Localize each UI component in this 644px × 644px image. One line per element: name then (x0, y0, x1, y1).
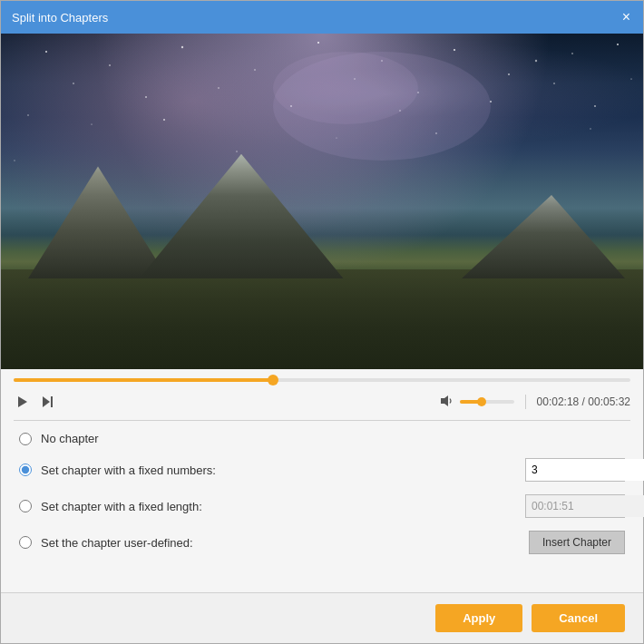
svg-point-6 (454, 49, 455, 51)
seek-bar-container (14, 369, 630, 387)
fixed-numbers-radio[interactable] (19, 463, 32, 476)
volume-thumb[interactable] (477, 397, 486, 406)
svg-marker-35 (441, 395, 448, 406)
svg-point-12 (218, 87, 219, 88)
total-time: 00:05:32 (588, 395, 630, 408)
svg-point-19 (163, 119, 165, 121)
svg-marker-33 (43, 396, 50, 407)
fixed-numbers-label[interactable]: Set chapter with a fixed numbers: (41, 463, 516, 477)
svg-point-16 (553, 83, 554, 83)
volume-area (440, 394, 514, 411)
svg-point-7 (508, 73, 510, 75)
svg-point-0 (45, 51, 47, 53)
svg-point-2 (181, 46, 183, 48)
play-icon (15, 395, 30, 409)
fixed-numbers-spinbox[interactable]: ▲ ▼ (525, 458, 625, 482)
svg-point-18 (91, 123, 92, 124)
svg-point-10 (73, 83, 74, 84)
dialog-title: Split into Chapters (12, 11, 108, 24)
svg-point-11 (145, 96, 147, 98)
playback-controls: 00:02:18 / 00:05:32 (14, 387, 630, 420)
footer-area: Apply Cancel (1, 592, 643, 643)
speaker-icon (440, 394, 454, 408)
svg-point-4 (317, 42, 319, 44)
options-area: No chapter Set chapter with a fixed numb… (1, 421, 643, 592)
seek-thumb[interactable] (268, 375, 278, 385)
seek-bar[interactable] (14, 378, 630, 382)
video-background (1, 34, 643, 369)
fixed-length-input[interactable] (526, 495, 644, 517)
svg-point-25 (14, 160, 15, 161)
svg-point-1 (109, 64, 111, 66)
dialog-window: Split into Chapters × (0, 0, 644, 644)
no-chapter-row: No chapter (19, 432, 625, 445)
skip-forward-button[interactable] (39, 393, 57, 411)
fixed-numbers-row: Set chapter with a fixed numbers: ▲ ▼ (19, 458, 625, 482)
no-chapter-radio[interactable] (19, 433, 32, 445)
close-button[interactable]: × (620, 10, 632, 24)
seek-fill (14, 378, 273, 382)
ground (1, 269, 643, 369)
play-button[interactable] (14, 393, 32, 411)
video-preview (1, 34, 643, 369)
fixed-length-spinbox[interactable]: ▲ ▼ (525, 494, 625, 518)
svg-marker-32 (18, 396, 27, 407)
current-time: 00:02:18 (537, 395, 580, 408)
svg-point-21 (594, 105, 596, 107)
svg-rect-34 (51, 396, 53, 407)
skip-icon (41, 395, 55, 409)
svg-point-9 (617, 44, 619, 45)
svg-point-31 (273, 52, 418, 124)
svg-point-8 (571, 53, 572, 54)
time-display: 00:02:18 / 00:05:32 (537, 395, 630, 408)
fixed-numbers-input[interactable] (526, 459, 644, 481)
user-defined-label[interactable]: Set the chapter user-defined: (41, 536, 520, 550)
cancel-button[interactable]: Cancel (532, 604, 625, 632)
apply-button[interactable]: Apply (435, 604, 522, 632)
fixed-length-label[interactable]: Set chapter with a fixed length: (41, 500, 516, 513)
controls-area: 00:02:18 / 00:05:32 (1, 369, 643, 420)
time-divider (525, 395, 526, 409)
fixed-length-radio[interactable] (19, 500, 32, 512)
fixed-length-row: Set chapter with a fixed length: ▲ ▼ (19, 494, 625, 518)
svg-point-17 (27, 114, 29, 116)
svg-point-29 (590, 128, 590, 129)
no-chapter-label[interactable]: No chapter (41, 432, 625, 445)
svg-point-26 (236, 151, 238, 152)
title-bar: Split into Chapters × (1, 1, 643, 34)
svg-point-22 (630, 78, 631, 79)
svg-point-24 (535, 60, 537, 62)
insert-chapter-button[interactable]: Insert Chapter (529, 531, 625, 554)
svg-point-3 (254, 69, 255, 70)
volume-icon (440, 394, 454, 411)
user-defined-row: Set the chapter user-defined: Insert Cha… (19, 531, 625, 554)
volume-slider[interactable] (460, 400, 514, 404)
user-defined-radio[interactable] (19, 536, 32, 549)
